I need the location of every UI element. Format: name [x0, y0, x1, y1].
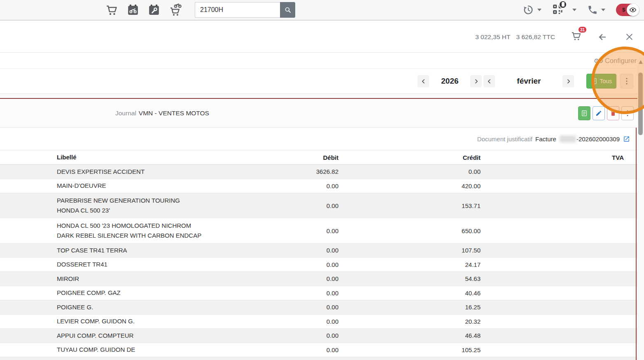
cart-icon[interactable] [105, 4, 118, 16]
cell-libelle: APPUI COMP. COMPTEUR [0, 331, 288, 341]
history-icon [523, 4, 534, 16]
cell-credit: 0.00 [338, 168, 481, 175]
calendar-wrench-icon[interactable] [148, 4, 160, 16]
header-credit: Crédit [338, 154, 481, 161]
table-row-partial [0, 357, 644, 360]
arrow-left-icon [597, 32, 607, 42]
cell-libelle: LEVIER COMP. GUIDON G. [0, 316, 288, 326]
cell-debit: 0.00 [288, 318, 338, 325]
table-row[interactable]: PAREBRISE NEW GENERATION TOURINGHONDA CL… [0, 193, 644, 218]
more-options-button[interactable] [621, 106, 634, 120]
table-row[interactable]: HONDA CL 500 '23 HOMOLOGATED NICHROMDARK… [0, 218, 644, 243]
scrollbar-up-arrow[interactable] [639, 60, 643, 64]
journal-icon [591, 78, 597, 84]
header-libelle: Libellé [0, 152, 288, 162]
mobile-phone-icon [559, 0, 567, 9]
document-label: Document justificatif [477, 136, 532, 143]
cell-libelle: MAIN-D'OEUVRE [0, 181, 288, 191]
top-toolbar: $ [0, 0, 644, 21]
cell-credit: 16.25 [338, 304, 481, 311]
show-all-button[interactable]: Tous [586, 74, 616, 89]
cell-debit: 0.00 [288, 227, 338, 234]
configure-label: Configurer [605, 57, 637, 65]
cell-credit: 107.50 [338, 247, 481, 254]
entries-table: Libellé Débit Crédit TVA DEVIS EXPERTISE… [0, 150, 644, 360]
chevron-left-icon [421, 79, 426, 84]
document-type: Facture [535, 136, 556, 143]
cell-credit: 20.32 [338, 318, 481, 325]
calendar-motorcycle-icon[interactable] [127, 4, 139, 16]
configure-button[interactable]: ⚙︎⚙︎ Configurer [594, 57, 637, 65]
cell-debit: 0.00 [288, 346, 338, 353]
total-ttc: 3 626,82 TTC [516, 33, 555, 41]
cell-libelle: POIGNEE COMP. GAZ [0, 288, 288, 298]
edit-button[interactable] [593, 106, 605, 120]
history-dropdown[interactable] [523, 4, 541, 16]
header-tva: TVA [481, 154, 624, 161]
cell-libelle: HONDA CL 500 '23 HOMOLOGATED NICHROMDARK… [0, 221, 288, 241]
delete-button[interactable] [607, 106, 619, 120]
cell-debit: 0.00 [288, 304, 338, 311]
cell-libelle: DEVIS EXPERTISE ACCIDENT [0, 167, 288, 177]
period-more-options-button[interactable] [620, 74, 633, 89]
cell-libelle: DOSSERET TR41 [0, 259, 288, 269]
header-debit: Débit [288, 154, 338, 161]
back-button[interactable] [597, 32, 607, 42]
cell-credit: 54.63 [338, 275, 481, 282]
table-row[interactable]: LEVIER COMP. GUIDON G.0.0020.32 [0, 315, 644, 329]
document-row: Document justificatif Facture -202602000… [0, 128, 644, 150]
next-month-button[interactable] [562, 75, 574, 87]
price-visibility-toggle[interactable]: $ [616, 4, 638, 16]
cart-count-badge: 31 [578, 26, 587, 33]
chevron-down-icon [537, 9, 541, 11]
table-row[interactable]: MAIN-D'OEUVRE0.00420.00 [0, 179, 644, 194]
cell-libelle: TUYAU COMP. GUIDON DE [0, 345, 288, 355]
prev-month-button[interactable] [483, 75, 495, 87]
journal-view-button[interactable] [578, 106, 590, 120]
separator-strip [0, 94, 644, 98]
table-row[interactable]: TOP CASE TR41 TERRA0.00107.50 [0, 243, 644, 258]
cell-libelle: POIGNEE G. [0, 302, 288, 312]
phone-dropdown[interactable] [587, 5, 605, 15]
trash-icon [610, 110, 616, 117]
cart-motorcycle-icon[interactable] [169, 3, 182, 17]
prev-year-button[interactable] [418, 75, 429, 87]
eye-icon [629, 6, 637, 14]
close-icon [625, 33, 633, 41]
document-number: -202602000309 [576, 136, 620, 143]
cell-libelle: PAREBRISE NEW GENERATION TOURINGHONDA CL… [0, 196, 288, 215]
journal-name: VMN - VENTES MOTOS [139, 110, 209, 117]
journal-label: Journal [115, 110, 136, 117]
table-row[interactable]: APPUI COMP. COMPTEUR0.0046.48 [0, 329, 644, 343]
table-row[interactable]: TUYAU COMP. GUIDON DE0.00105.25 [0, 343, 644, 358]
month-label: février [495, 77, 562, 86]
table-row[interactable]: POIGNEE COMP. GAZ0.0040.46 [0, 286, 644, 301]
journal-icon [581, 110, 588, 117]
external-link-icon [623, 136, 630, 143]
table-body: DEVIS EXPERTISE ACCIDENT3626.820.00MAIN-… [0, 165, 644, 360]
table-row[interactable]: POIGNEE G.0.0016.25 [0, 300, 644, 315]
close-button[interactable] [625, 33, 633, 41]
search-input[interactable] [195, 2, 280, 18]
dollar-glyph: $ [622, 7, 625, 13]
qr-scan-dropdown[interactable] [552, 4, 576, 16]
cell-debit: 3626.82 [288, 168, 338, 175]
table-row[interactable]: MIROIR0.0054.63 [0, 272, 644, 286]
pencil-icon [595, 110, 602, 117]
open-document-link[interactable] [623, 136, 630, 143]
table-header-row: Libellé Débit Crédit TVA [0, 150, 644, 165]
kebab-icon [625, 110, 630, 117]
table-row[interactable]: DOSSERET TR410.0024.17 [0, 258, 644, 272]
cell-debit: 0.00 [288, 332, 338, 339]
scrollbar-thumb[interactable] [638, 72, 643, 135]
phone-icon [587, 5, 598, 15]
maroon-vertical-divider [636, 128, 637, 360]
chevron-right-icon [566, 79, 571, 84]
next-year-button[interactable] [470, 75, 482, 87]
cart-button[interactable]: 31 [571, 30, 582, 43]
table-row[interactable]: DEVIS EXPERTISE ACCIDENT3626.820.00 [0, 165, 644, 179]
search-button[interactable] [280, 2, 295, 18]
chevron-down-icon [572, 9, 576, 11]
cell-debit: 0.00 [288, 275, 338, 282]
redacted-text [560, 136, 576, 143]
